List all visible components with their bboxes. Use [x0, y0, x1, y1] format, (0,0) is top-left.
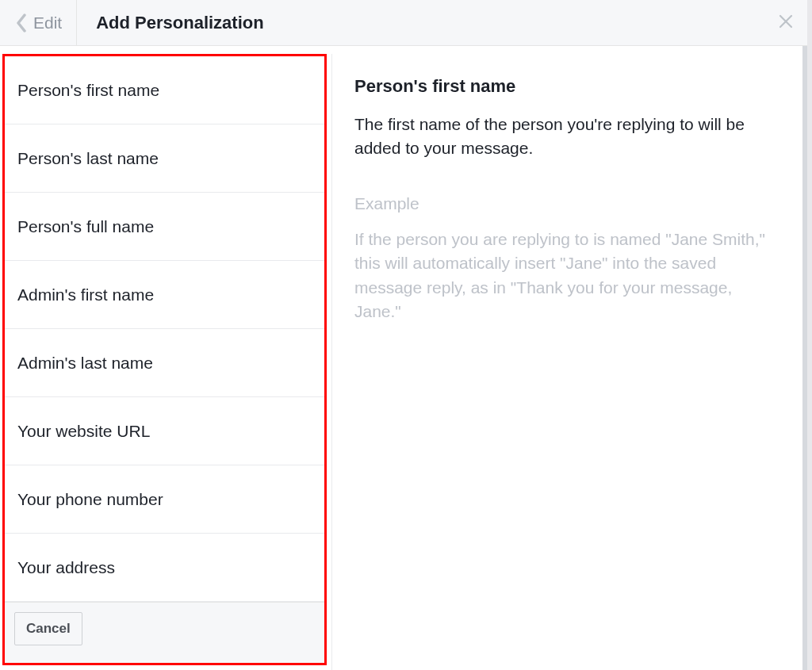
option-label: Admin's last name — [17, 354, 153, 373]
option-admins-last-name[interactable]: Admin's last name — [5, 329, 324, 397]
option-label: Your address — [17, 558, 115, 577]
option-persons-last-name[interactable]: Person's last name — [5, 124, 324, 193]
options-highlight-box: Person's first name Person's last name P… — [2, 54, 327, 665]
option-label: Person's first name — [17, 81, 159, 100]
example-text: If the person you are replying to is nam… — [354, 228, 777, 324]
options-list: Person's first name Person's last name P… — [5, 56, 324, 602]
dialog-body: Person's first name Person's last name P… — [0, 46, 807, 670]
close-button[interactable] — [776, 13, 796, 33]
detail-panel: Person's first name The first name of th… — [331, 54, 807, 670]
option-your-phone-number[interactable]: Your phone number — [5, 465, 324, 534]
footer-area: Cancel — [5, 602, 324, 663]
option-label: Your website URL — [17, 422, 150, 441]
option-your-address[interactable]: Your address — [5, 534, 324, 602]
example-label: Example — [354, 194, 777, 213]
option-label: Person's last name — [17, 149, 159, 168]
left-panel: Person's first name Person's last name P… — [0, 46, 331, 670]
detail-title: Person's first name — [354, 76, 777, 97]
dialog-title: Add Personalization — [77, 13, 263, 33]
chevron-left-icon — [16, 13, 27, 33]
cancel-button[interactable]: Cancel — [14, 612, 82, 645]
option-label: Your phone number — [17, 490, 163, 509]
close-icon — [778, 13, 794, 33]
back-button[interactable]: Edit — [0, 0, 77, 45]
personalization-dialog: Edit Add Personalization Person's first … — [0, 0, 807, 670]
back-label: Edit — [33, 13, 62, 33]
option-your-website-url[interactable]: Your website URL — [5, 397, 324, 465]
dialog-header: Edit Add Personalization — [0, 0, 807, 46]
option-admins-first-name[interactable]: Admin's first name — [5, 261, 324, 329]
option-label: Person's full name — [17, 217, 154, 236]
option-persons-full-name[interactable]: Person's full name — [5, 193, 324, 261]
detail-description: The first name of the person you're repl… — [354, 113, 777, 161]
option-label: Admin's first name — [17, 285, 154, 304]
option-persons-first-name[interactable]: Person's first name — [5, 56, 324, 124]
